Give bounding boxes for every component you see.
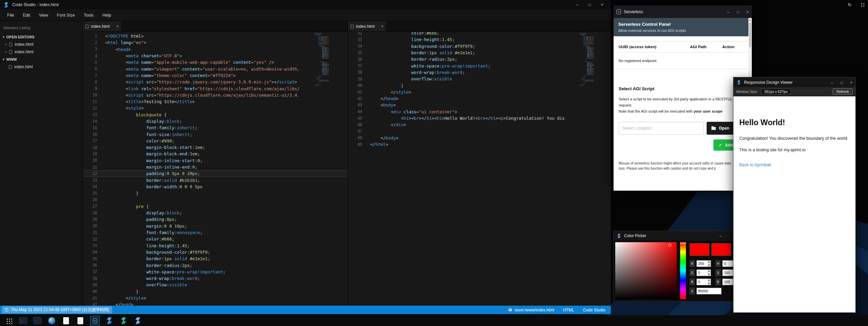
menu-view[interactable]: View bbox=[35, 9, 53, 21]
minimize-icon[interactable]: – bbox=[727, 10, 729, 14]
menu-help[interactable]: Help bbox=[98, 9, 116, 21]
code-line[interactable]: 7 <meta name="theme-color" content="#ff9… bbox=[83, 72, 348, 79]
code-line[interactable]: 10 <script src="https://cdnjs.cloudflare… bbox=[83, 92, 348, 98]
code-area[interactable]: 1<!DOCTYPE html>2<html lang="en">3 <head… bbox=[83, 32, 348, 306]
editor-body[interactable]: 1<!DOCTYPE html>2<html lang="en">3 <head… bbox=[83, 32, 348, 306]
start-menu-icon[interactable] bbox=[4, 316, 13, 325]
back-to-aprintlab-link[interactable]: Back to Aprintlab bbox=[739, 162, 771, 167]
code-line[interactable]: 33 line-height:1.45; bbox=[83, 243, 348, 249]
menu-file[interactable]: File bbox=[3, 9, 18, 21]
code-line[interactable]: 35 border:1px solid #e1e1e1; bbox=[83, 255, 348, 262]
close-icon[interactable]: × bbox=[850, 80, 852, 84]
datetime-status[interactable]: Thu May 11 2023 21:54:48 GMT+0800 (台北標準時… bbox=[2, 306, 112, 313]
stepper-arrows[interactable] bbox=[707, 270, 711, 276]
minimap[interactable]: <!DOCTYPE html> <html lang="en"> <head> … bbox=[580, 33, 594, 86]
code-line[interactable]: 16 font-size:inherit; bbox=[83, 131, 348, 137]
saturation-cursor[interactable] bbox=[668, 244, 671, 247]
tab-index-html[interactable]: index.html × bbox=[83, 21, 122, 32]
code-line[interactable]: 27 pre { bbox=[83, 203, 348, 210]
code-line[interactable]: 38 word-wrap:break-word; bbox=[83, 275, 348, 282]
close-icon[interactable]: × bbox=[5, 42, 7, 46]
code-line[interactable]: 38 word-wrap:break-word; bbox=[348, 69, 611, 76]
code-line[interactable]: 11 <title>Testing Site</title> bbox=[83, 98, 348, 105]
document-icon[interactable] bbox=[61, 316, 70, 325]
script-location-input[interactable] bbox=[619, 122, 704, 135]
code-line[interactable]: 26 bbox=[83, 196, 348, 203]
code-line[interactable]: 34 background-color:#f9f9f9; bbox=[348, 43, 611, 50]
code-line[interactable]: 18 margin-block-start:1em; bbox=[83, 144, 348, 151]
code-line[interactable]: 4 <meta charset="UTF-8"> bbox=[83, 53, 348, 59]
code-line[interactable]: 32 color:#666; bbox=[348, 32, 611, 36]
code-studio-taskbar-icon[interactable] bbox=[134, 316, 142, 325]
menu-edit[interactable]: Edit bbox=[18, 9, 35, 21]
code-line[interactable]: 22 padding:0 5px 0 20px; bbox=[83, 170, 348, 177]
code-line[interactable]: 31 font-family:monospace; bbox=[83, 229, 348, 236]
code-line[interactable]: 21 margin-inline-end:0; bbox=[83, 164, 348, 170]
code-line[interactable]: 39 overflow:visible bbox=[348, 76, 611, 82]
open-editor-item[interactable]: × index.html bbox=[0, 41, 83, 48]
code-line[interactable]: 3 <head> bbox=[83, 46, 348, 53]
editor-body[interactable]: 32 color:#666;33 line-height:1.45;34 bac… bbox=[348, 32, 611, 306]
terminal-icon[interactable]: ›_ bbox=[33, 316, 42, 325]
code-line[interactable]: 36 border-radius:2px; bbox=[348, 56, 611, 62]
code-line[interactable]: 39 overflow:visible bbox=[83, 282, 348, 288]
code-line[interactable]: 42 </head> bbox=[83, 301, 348, 306]
code-line[interactable]: 2<html lang="en"> bbox=[83, 39, 348, 46]
code-line[interactable]: 17 color:#999; bbox=[83, 138, 348, 144]
code-line[interactable]: 36 border-radius:2px; bbox=[83, 262, 348, 268]
code-area[interactable]: 32 color:#666;33 line-height:1.45;34 bac… bbox=[348, 32, 611, 306]
code-line[interactable]: 29 padding:8px; bbox=[83, 216, 348, 223]
scrollbar-thumb[interactable] bbox=[749, 23, 751, 47]
serverless-taskbar-icon[interactable]: 0 bbox=[90, 316, 100, 325]
code-line[interactable]: 14 display:block; bbox=[83, 118, 348, 124]
document-icon[interactable] bbox=[76, 316, 85, 325]
scroll-up-icon[interactable]: ▲ bbox=[748, 18, 752, 22]
code-line[interactable]: 24 border-width:0 0 0 5px bbox=[83, 184, 348, 190]
minimize-icon[interactable]: – bbox=[720, 234, 722, 238]
menu-font-size[interactable]: Font Size bbox=[53, 9, 79, 21]
code-line[interactable]: 44 <div class="ui container"> bbox=[348, 109, 611, 115]
code-line[interactable]: 23 border:solid #b1b1b1; bbox=[83, 177, 348, 184]
code-line[interactable]: 46 </div> bbox=[348, 121, 611, 128]
code-line[interactable]: 1<!DOCTYPE html> bbox=[83, 33, 348, 39]
code-line[interactable]: 15 font-family:inherit; bbox=[83, 124, 348, 131]
open-editor-item[interactable]: × index.html bbox=[0, 48, 83, 56]
refresh-icon[interactable]: ↻ bbox=[847, 2, 853, 8]
code-line[interactable]: 42 </head> bbox=[348, 95, 611, 102]
tab-close-icon[interactable]: × bbox=[116, 24, 119, 29]
maximize-icon[interactable]: □ bbox=[737, 10, 739, 14]
code-line[interactable]: 6 <meta name="viewport" content="user-sc… bbox=[83, 65, 348, 72]
code-line[interactable]: 41 </style> bbox=[83, 295, 348, 301]
window-size-value[interactable]: 361px x 627px bbox=[761, 89, 791, 95]
tab-close-icon[interactable]: × bbox=[381, 24, 384, 29]
code-line[interactable]: 32 color:#666; bbox=[83, 236, 348, 242]
code-studio-taskbar-icon[interactable] bbox=[105, 316, 114, 325]
code-line[interactable]: 40 } bbox=[348, 82, 611, 89]
saturation-gradient[interactable] bbox=[615, 242, 677, 299]
close-icon[interactable]: × bbox=[5, 50, 7, 54]
code-line[interactable]: 49</html> bbox=[348, 141, 611, 148]
minimize-icon[interactable]: – bbox=[576, 3, 578, 7]
code-line[interactable]: 5 <meta name="apple-mobile-web-app-capab… bbox=[83, 59, 348, 65]
stepper-arrows[interactable] bbox=[707, 279, 711, 285]
code-line[interactable]: 40 } bbox=[83, 288, 348, 295]
code-line[interactable]: 28 display:block; bbox=[83, 210, 348, 216]
minimap[interactable]: <!DOCTYPE html> <html lang="en"> <head> … bbox=[315, 33, 329, 86]
maximize-icon[interactable]: □ bbox=[588, 3, 591, 7]
code-line[interactable]: 12 <style> bbox=[83, 105, 348, 111]
code-line[interactable]: 48 </body> bbox=[348, 135, 611, 141]
code-line[interactable]: 33 line-height:1.45; bbox=[348, 36, 611, 43]
hex-input[interactable] bbox=[696, 288, 722, 294]
code-line[interactable]: 34 background-color:#f9f9f9; bbox=[83, 249, 348, 255]
menu-tools[interactable]: Tools bbox=[79, 9, 98, 21]
code-line[interactable]: 9 <link rel="stylesheet" href="https://c… bbox=[83, 85, 348, 92]
code-line[interactable]: 19 margin-block-end:1em; bbox=[83, 151, 348, 157]
code-line[interactable]: 37 white-space:pre-wrap!important; bbox=[83, 269, 348, 275]
code-line[interactable]: 25 } bbox=[83, 190, 348, 196]
code-studio-taskbar-icon[interactable] bbox=[119, 316, 128, 325]
code-line[interactable]: 37 white-space:pre-wrap!important; bbox=[348, 62, 611, 69]
code-line[interactable]: 43 <body> bbox=[348, 102, 611, 108]
sidebar-section-www[interactable]: ▾ WWW bbox=[0, 56, 83, 63]
code-line[interactable]: 35 border:1px solid #e1e1e1; bbox=[348, 50, 611, 56]
hue-slider-cursor[interactable] bbox=[680, 243, 686, 244]
